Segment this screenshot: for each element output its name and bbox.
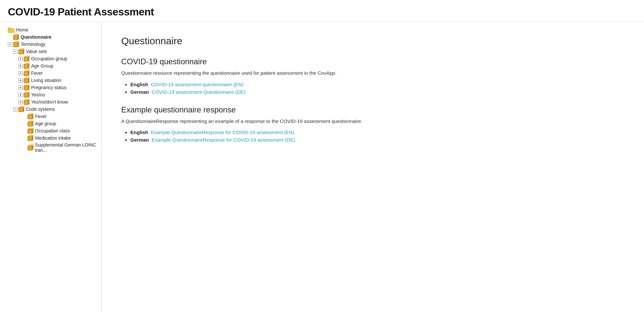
sidebar-item-fever-vs-label: Fever <box>31 70 43 76</box>
page-title: COVID-19 Patient Assessment <box>8 6 636 18</box>
svg-rect-2 <box>13 36 18 40</box>
sidebar-item-supplemental[interactable]: Supplemental German LOINC tran... <box>3 142 101 153</box>
sidebar-item-supplemental-label: Supplemental German LOINC tran... <box>35 142 101 153</box>
svg-rect-6 <box>24 65 28 69</box>
svg-rect-8 <box>24 79 28 83</box>
sidebar-item-medication-intake-label: Medication intake <box>35 135 71 141</box>
cube-icon-medication-intake <box>28 135 33 141</box>
cube-icon-living-situation <box>24 77 29 83</box>
sidebar-item-occupation-group[interactable]: + Occupation group <box>3 55 101 62</box>
age-group-expand-btn[interactable]: + <box>18 64 23 68</box>
terminology-expand-btn[interactable]: − <box>8 42 12 47</box>
code-systems-expand-btn[interactable]: − <box>13 107 17 111</box>
sidebar-item-fever-cs-label: Fever <box>35 114 47 119</box>
sidebar-item-value-sets[interactable]: − Value sets <box>3 48 101 55</box>
sidebar-item-code-systems[interactable]: − Code systems <box>3 106 101 113</box>
subsection2-item0-label: English <box>130 129 148 135</box>
svg-rect-1 <box>8 28 10 30</box>
subsection1-list-item-1: German COVID-19 assessment Questionnaire… <box>130 89 624 95</box>
subsection1-list: English COVID-19 assessment questionnair… <box>121 82 624 95</box>
cube-icon-occupation-group <box>24 56 29 62</box>
cube-icon-fever-cs <box>28 113 33 119</box>
svg-rect-14 <box>28 122 32 127</box>
cube-icon-yes-no <box>24 92 29 98</box>
subsection2-title: Example questionnaire response <box>121 105 624 114</box>
sidebar-item-occupation-class-label: Occupation class <box>35 128 70 133</box>
cube-icon-fever-vs <box>24 70 29 76</box>
yes-no-expand-btn[interactable]: + <box>18 93 23 97</box>
sidebar-item-home-label: Home <box>16 27 28 32</box>
sidebar-item-yes-no-dont-know[interactable]: + Yes/no/don't know <box>3 98 101 106</box>
cube-icon-code-systems <box>18 106 24 112</box>
sidebar-item-age-group-cs[interactable]: Age group <box>3 120 101 127</box>
subsection2-list-item-1: German Example QuestionnaireResponse for… <box>130 137 624 143</box>
sidebar-item-questionnaire-label: Questionnaire <box>21 34 51 40</box>
sidebar-item-fever-vs[interactable]: + Fever <box>3 69 101 77</box>
yes-no-dont-know-expand-btn[interactable]: + <box>18 100 23 104</box>
svg-rect-5 <box>24 57 28 62</box>
sidebar-item-code-systems-label: Code systems <box>26 107 55 112</box>
sidebar-item-home[interactable]: Home <box>3 26 101 33</box>
main-content: Questionnaire COVID-19 questionnaire Que… <box>102 22 644 312</box>
sidebar-item-pregnancy-status-label: Pregnancy status <box>31 85 66 90</box>
sidebar-item-age-group[interactable]: + Age Group <box>3 62 101 69</box>
subsection2-item1-link[interactable]: Example QuestionnaireResponse for COVID-… <box>152 137 295 143</box>
svg-rect-16 <box>28 137 32 141</box>
sidebar-item-terminology[interactable]: − Terminology <box>3 41 101 48</box>
sidebar-item-medication-intake[interactable]: Medication intake <box>3 134 101 142</box>
folder-icon <box>8 27 14 33</box>
cube-icon-questionnaire <box>13 34 19 40</box>
subsection2-list: English Example QuestionnaireResponse fo… <box>121 129 624 143</box>
occupation-group-expand-btn[interactable]: + <box>18 57 23 61</box>
svg-rect-10 <box>24 93 28 98</box>
cube-icon-pregnancy-status <box>24 85 29 90</box>
sidebar-item-age-group-label: Age Group <box>31 63 53 69</box>
sidebar-item-fever-cs[interactable]: Fever <box>3 113 101 120</box>
svg-rect-13 <box>28 115 32 119</box>
cube-icon-age-group <box>24 63 29 69</box>
svg-rect-3 <box>13 43 18 47</box>
cube-icon-occupation-class <box>28 128 33 134</box>
cube-icon-value-sets <box>18 49 24 54</box>
subsection1-item0-label: English <box>130 82 148 87</box>
sidebar-item-pregnancy-status[interactable]: + Pregnancy status <box>3 84 101 91</box>
subsection2-list-item-0: English Example QuestionnaireResponse fo… <box>130 129 624 135</box>
subsection1-item0-link[interactable]: COVID-19 assessment questionnaire (EN) <box>151 82 244 87</box>
value-sets-expand-btn[interactable]: − <box>13 49 17 54</box>
cube-icon-age-group-cs <box>28 121 33 127</box>
sidebar-item-living-situation-label: Living situation <box>31 78 62 83</box>
sidebar-item-age-group-cs-label: Age group <box>35 121 56 126</box>
sidebar-item-questionnaire[interactable]: Questionnaire <box>3 33 101 41</box>
cube-icon-supplemental <box>28 145 33 150</box>
cube-icon-terminology <box>13 41 19 47</box>
sidebar-item-yes-no-dont-know-label: Yes/no/don't know <box>31 99 68 105</box>
svg-rect-17 <box>28 146 32 150</box>
subsection2-item0-link[interactable]: Example QuestionnaireResponse for COVID-… <box>151 129 294 135</box>
svg-rect-15 <box>28 129 32 134</box>
main-layout: Home Questionnaire − Terminology − <box>0 22 644 312</box>
cube-icon-yes-no-dont-know <box>24 99 29 105</box>
subsection1-title: COVID-19 questionnaire <box>121 57 624 66</box>
living-situation-expand-btn[interactable]: + <box>18 78 23 83</box>
sidebar: Home Questionnaire − Terminology − <box>0 22 102 312</box>
sidebar-item-occupation-group-label: Occupation group <box>31 56 67 61</box>
svg-rect-4 <box>19 50 23 54</box>
content-section-title: Questionnaire <box>121 35 624 47</box>
sidebar-item-terminology-label: Terminology <box>21 42 45 47</box>
svg-rect-9 <box>24 86 28 90</box>
subsection1-item1-link[interactable]: COVID-19 assessment Questionnaire (DE) <box>152 89 245 95</box>
sidebar-item-occupation-class[interactable]: Occupation class <box>3 127 101 134</box>
subsection2-item1-label: German <box>130 137 149 143</box>
sidebar-item-value-sets-label: Value sets <box>26 49 47 54</box>
sidebar-item-living-situation[interactable]: + Living situation <box>3 77 101 84</box>
sidebar-item-yes-no-label: Yes/no <box>31 92 45 97</box>
svg-rect-11 <box>24 101 28 105</box>
fever-vs-expand-btn[interactable]: + <box>18 71 23 75</box>
subsection1-desc: Questionnaire resource representing the … <box>121 69 624 77</box>
svg-rect-7 <box>24 72 28 76</box>
page-header: COVID-19 Patient Assessment <box>0 0 644 22</box>
subsection1-list-item-0: English COVID-19 assessment questionnair… <box>130 82 624 87</box>
pregnancy-status-expand-btn[interactable]: + <box>18 86 23 90</box>
sidebar-item-yes-no[interactable]: + Yes/no <box>3 91 101 98</box>
svg-rect-12 <box>19 108 23 112</box>
